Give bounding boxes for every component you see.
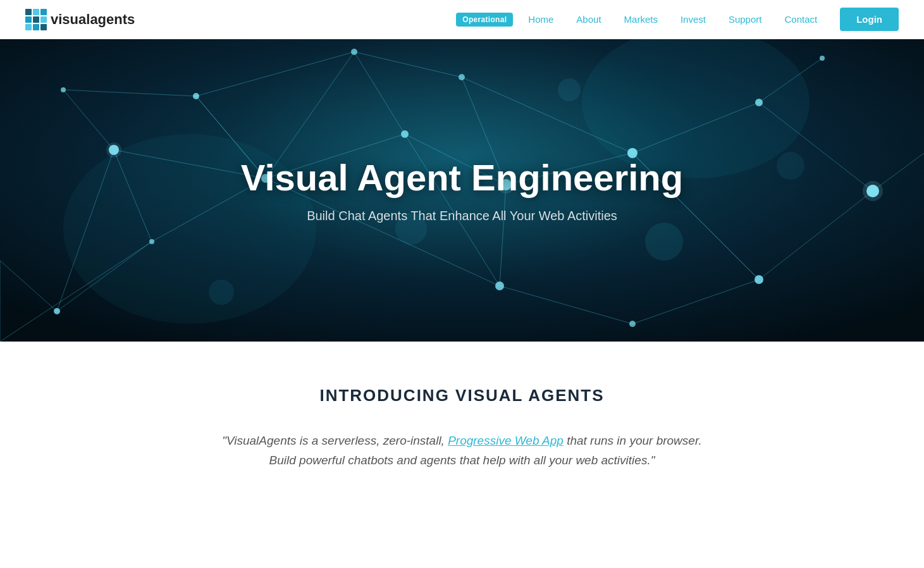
svg-point-49: [629, 321, 636, 327]
svg-point-40: [61, 87, 66, 92]
svg-point-47: [495, 281, 504, 290]
nav-links: Home About Markets Invest Support Contac…: [517, 14, 829, 25]
svg-point-53: [820, 56, 825, 61]
svg-point-41: [193, 93, 199, 99]
svg-point-51: [755, 275, 763, 284]
svg-point-45: [459, 74, 465, 80]
svg-point-55: [863, 181, 883, 201]
svg-point-57: [645, 223, 683, 261]
hero-title: Visual Agent Engineering: [241, 157, 683, 198]
svg-point-61: [777, 152, 804, 180]
logo-visual: visual: [51, 11, 90, 27]
svg-point-43: [351, 49, 357, 55]
svg-point-58: [209, 280, 234, 305]
intro-title: INTRODUCING VISUAL AGENTS: [216, 386, 709, 405]
intro-quote: "VisualAgents is a serverless, zero-inst…: [216, 431, 709, 471]
nav-right: Operational Home About Markets Invest Su…: [456, 8, 899, 31]
nav-home[interactable]: Home: [517, 11, 565, 27]
login-button[interactable]: Login: [840, 8, 899, 31]
nav-contact[interactable]: Contact: [773, 11, 829, 27]
hero-section: Visual Agent Engineering Build Chat Agen…: [0, 39, 924, 342]
operational-badge: Operational: [456, 13, 513, 27]
intro-quote-prefix: "VisualAgents is a serverless, zero-inst…: [222, 434, 448, 447]
hero-content: Visual Agent Engineering Build Chat Agen…: [228, 157, 696, 224]
nav-markets[interactable]: Markets: [613, 11, 669, 27]
intro-section: INTRODUCING VISUAL AGENTS "VisualAgents …: [203, 342, 722, 509]
svg-point-50: [755, 99, 763, 106]
svg-point-44: [401, 130, 409, 138]
intro-quote-link[interactable]: Progressive Web App: [448, 434, 564, 447]
svg-point-38: [149, 239, 154, 244]
logo-agents: agents: [90, 11, 135, 27]
svg-point-37: [54, 308, 60, 314]
logo[interactable]: visualagents: [25, 9, 135, 30]
hero-subtitle: Build Chat Agents That Enhance All Your …: [241, 209, 683, 223]
navbar: visualagents Operational Home About Mark…: [0, 0, 924, 39]
nav-about[interactable]: About: [565, 11, 612, 27]
svg-point-56: [106, 142, 121, 157]
svg-point-60: [558, 78, 581, 101]
nav-invest[interactable]: Invest: [669, 11, 717, 27]
logo-icon: [25, 9, 47, 30]
nav-support[interactable]: Support: [717, 11, 773, 27]
